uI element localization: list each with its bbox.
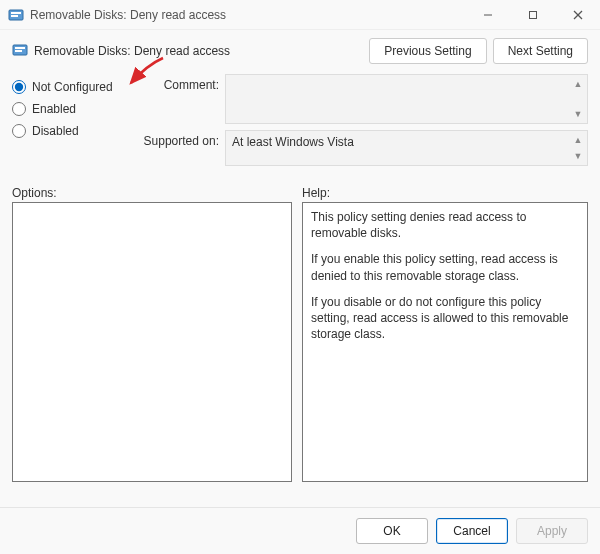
config-area: Not Configured Enabled Disabled Comment:… [0, 68, 600, 172]
previous-setting-button[interactable]: Previous Setting [369, 38, 486, 64]
window-buttons [465, 0, 600, 30]
policy-title: Removable Disks: Deny read access [34, 44, 230, 58]
svg-rect-9 [15, 50, 22, 52]
comment-textarea[interactable]: ▲ ▼ [225, 74, 588, 124]
apply-button: Apply [516, 518, 588, 544]
policy-icon [12, 42, 28, 61]
help-paragraph: This policy setting denies read access t… [311, 209, 579, 241]
help-label: Help: [302, 186, 588, 200]
svg-rect-8 [15, 47, 25, 49]
options-label: Options: [12, 186, 292, 200]
options-panel[interactable] [12, 202, 292, 482]
radio-disabled-label: Disabled [32, 124, 79, 138]
scroll-up-icon[interactable]: ▲ [571, 133, 585, 147]
policy-icon [8, 7, 24, 23]
window-title: Removable Disks: Deny read access [30, 8, 465, 22]
radio-disabled-input[interactable] [12, 124, 26, 138]
scroll-down-icon[interactable]: ▼ [571, 107, 585, 121]
supported-on-box: At least Windows Vista ▲ ▼ [225, 130, 588, 166]
help-panel[interactable]: This policy setting denies read access t… [302, 202, 588, 482]
close-button[interactable] [555, 0, 600, 30]
next-setting-button[interactable]: Next Setting [493, 38, 588, 64]
radio-enabled-label: Enabled [32, 102, 76, 116]
supported-on-value: At least Windows Vista [232, 135, 354, 149]
svg-rect-1 [11, 12, 21, 14]
cancel-button[interactable]: Cancel [436, 518, 508, 544]
radio-enabled-input[interactable] [12, 102, 26, 116]
radio-enabled[interactable]: Enabled [12, 102, 132, 116]
radio-not-configured[interactable]: Not Configured [12, 80, 132, 94]
header: Removable Disks: Deny read access Previo… [0, 30, 600, 68]
help-paragraph: If you disable or do not configure this … [311, 294, 579, 343]
ok-button[interactable]: OK [356, 518, 428, 544]
help-paragraph: If you enable this policy setting, read … [311, 251, 579, 283]
comment-label: Comment: [140, 74, 225, 124]
footer: OK Cancel Apply [0, 507, 600, 554]
section-labels: Options: Help: [0, 172, 600, 202]
radio-not-configured-label: Not Configured [32, 80, 113, 94]
minimize-button[interactable] [465, 0, 510, 30]
maximize-button[interactable] [510, 0, 555, 30]
panels: This policy setting denies read access t… [0, 202, 600, 482]
state-radios: Not Configured Enabled Disabled [12, 74, 132, 172]
radio-disabled[interactable]: Disabled [12, 124, 132, 138]
radio-not-configured-input[interactable] [12, 80, 26, 94]
svg-rect-4 [529, 11, 536, 18]
supported-on-label: Supported on: [140, 130, 225, 166]
svg-rect-2 [11, 15, 18, 17]
titlebar: Removable Disks: Deny read access [0, 0, 600, 30]
scroll-up-icon[interactable]: ▲ [571, 77, 585, 91]
scroll-down-icon[interactable]: ▼ [571, 149, 585, 163]
